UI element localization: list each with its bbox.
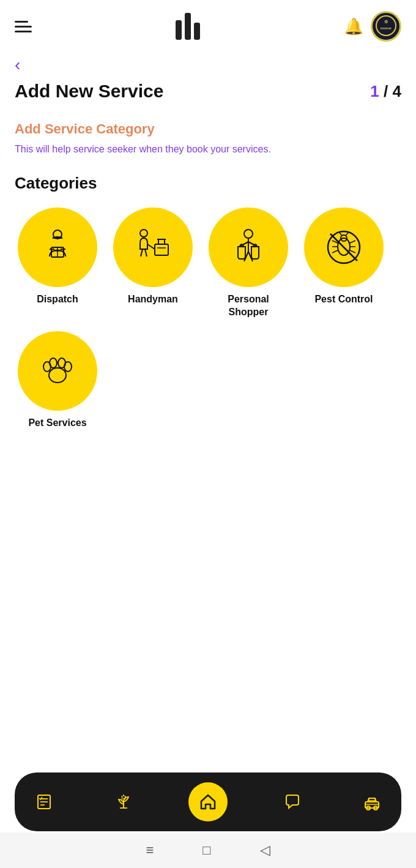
category-label-pet-services: Pet Services [28,417,86,430]
home-icon [198,792,218,812]
category-circle-pet-services [18,331,97,411]
section-description: This will help service seeker when they … [15,142,401,157]
svg-line-11 [147,244,155,249]
step-current: 1 [370,82,379,100]
app-logo [176,13,200,40]
page-title: Add New Service [15,81,163,102]
menu-button[interactable] [15,21,32,32]
nav-item-wellness[interactable] [109,787,138,817]
page-title-row: Add New Service 1 / 4 [0,75,416,102]
category-circle-pest-control [304,208,384,287]
dispatch-icon [36,226,79,269]
categories-label: Categories [15,174,401,193]
svg-rect-12 [155,244,168,255]
system-menu-icon[interactable]: ≡ [146,842,154,858]
category-item-pet-services[interactable]: Pet Services [15,331,100,430]
handyman-icon [132,226,174,269]
svg-line-31 [346,232,349,236]
back-button[interactable]: ‹ [0,48,35,75]
svg-line-34 [332,250,338,253]
category-item-handyman[interactable]: Handyman [110,208,196,319]
section-title: Add Service Category [15,121,401,137]
svg-text:moner: moner [381,26,392,30]
category-circle-handyman [113,208,193,287]
svg-line-16 [141,249,143,256]
category-label-personal-shopper: PersonalShopper [228,293,269,319]
avatar[interactable]: ⚙ moner [371,11,401,42]
system-navigation: ≡ □ ◁ [0,832,416,868]
nav-item-checklist[interactable] [29,787,59,817]
category-circle-dispatch [18,208,97,287]
svg-line-30 [339,232,342,236]
category-label-handyman: Handyman [128,293,178,306]
system-back-icon[interactable]: ◁ [260,842,270,858]
step-total: 4 [393,82,401,100]
step-indicator: 1 / 4 [370,82,401,101]
svg-line-35 [350,241,355,243]
categories-grid: Dispatch [15,208,401,429]
svg-point-0 [376,16,396,36]
nav-item-taxi[interactable] [357,787,387,817]
checklist-icon [35,793,53,810]
svg-point-40 [50,358,57,368]
avatar-text: ⚙ moner [375,15,397,39]
svg-point-42 [64,362,72,372]
nav-item-chat[interactable] [278,787,307,817]
system-home-icon[interactable]: □ [202,842,210,858]
taxi-icon [363,793,381,810]
svg-line-37 [350,250,355,253]
header-right: 🔔 ⚙ moner [344,11,401,42]
svg-point-18 [244,230,253,238]
personal-shopper-icon [227,226,270,269]
category-label-pest-control: Pest Control [314,293,373,306]
plant-icon [115,793,132,810]
category-label-dispatch: Dispatch [37,293,78,306]
bottom-navigation [15,773,401,831]
step-separator: / [384,82,388,100]
notification-bell-icon[interactable]: 🔔 [344,17,363,36]
svg-text:⚙: ⚙ [384,20,388,24]
pet-services-icon [36,350,79,392]
category-item-personal-shopper[interactable]: PersonalShopper [206,208,291,319]
pest-control-icon [322,226,365,269]
header: 🔔 ⚙ moner [0,0,416,48]
svg-line-17 [145,249,147,256]
category-item-pest-control[interactable]: Pest Control [301,208,387,319]
svg-point-38 [49,368,66,383]
category-section: Add Service Category This will help serv… [0,102,416,429]
svg-point-10 [140,230,147,237]
svg-rect-51 [369,798,375,801]
nav-item-home[interactable] [188,782,228,821]
chat-icon [284,793,301,810]
category-circle-personal-shopper [209,208,288,287]
category-item-dispatch[interactable]: Dispatch [15,208,100,319]
